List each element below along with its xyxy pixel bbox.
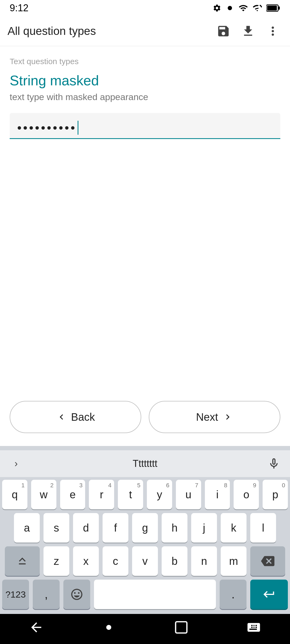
key-p[interactable]: 0p <box>263 480 288 509</box>
suggestions-expand-button[interactable]: › <box>6 454 26 473</box>
key-t-number: 5 <box>137 482 140 489</box>
nav-back-button[interactable] <box>23 617 50 638</box>
text-cursor <box>78 121 78 135</box>
navigation-buttons: Back Next <box>0 388 290 446</box>
key-u[interactable]: 7u <box>176 480 201 509</box>
key-y-number: 6 <box>166 482 169 489</box>
row-asdf: a s d f g h j k l <box>2 513 288 543</box>
question-desc: text type with masked appearance <box>10 92 280 102</box>
notification-icon <box>226 4 234 12</box>
microphone-button[interactable] <box>264 454 284 473</box>
battery-icon <box>266 4 280 12</box>
nav-recents-button[interactable] <box>168 617 195 638</box>
more-options-button[interactable] <box>263 21 282 41</box>
key-q[interactable]: 1q <box>2 480 27 509</box>
app-bar-title: All question types <box>8 25 208 38</box>
svg-point-0 <box>228 6 232 10</box>
key-y[interactable]: 6y <box>147 480 172 509</box>
suggestions-bar: › Tttttttt <box>0 450 290 477</box>
key-o[interactable]: 9o <box>234 480 259 509</box>
masked-input-value[interactable]: •••••••••• <box>17 120 273 135</box>
row-bottom: ?123 , . <box>2 580 288 609</box>
settings-icon <box>213 4 221 12</box>
key-c[interactable]: c <box>103 546 128 576</box>
section-label: Text question types <box>10 57 280 66</box>
key-e-number: 3 <box>79 482 82 489</box>
svg-rect-5 <box>176 622 187 633</box>
row-zxcv: z x c v b n m <box>2 546 288 576</box>
key-m[interactable]: m <box>221 546 247 576</box>
key-b[interactable]: b <box>162 546 187 576</box>
string-masked-input-container[interactable]: •••••••••• <box>10 113 280 139</box>
key-n[interactable]: n <box>191 546 217 576</box>
svg-rect-3 <box>267 6 277 10</box>
status-bar: 9:12 <box>0 0 290 16</box>
next-label: Next <box>196 411 218 423</box>
key-w[interactable]: 2w <box>31 480 56 509</box>
key-e[interactable]: 3e <box>60 480 85 509</box>
number-row: 1q 2w 3e 4r 5t 6y 7u 8i 9o 0p <box>2 480 288 509</box>
key-x[interactable]: x <box>73 546 99 576</box>
key-i[interactable]: 8i <box>205 480 230 509</box>
suggestion-word[interactable]: Tttttttt <box>26 458 264 469</box>
key-z[interactable]: z <box>44 546 69 576</box>
key-a[interactable]: a <box>14 513 40 543</box>
enter-key[interactable] <box>250 580 288 609</box>
key-r-number: 4 <box>108 482 111 489</box>
key-j[interactable]: j <box>191 513 217 543</box>
key-v[interactable]: v <box>132 546 158 576</box>
save-button[interactable] <box>214 21 233 41</box>
back-button[interactable]: Back <box>10 401 141 433</box>
key-t[interactable]: 5t <box>118 480 143 509</box>
key-o-number: 9 <box>253 482 256 489</box>
comma-key[interactable]: , <box>33 580 60 609</box>
question-title: String masked <box>10 72 280 89</box>
key-l[interactable]: l <box>250 513 276 543</box>
shift-key[interactable] <box>5 546 40 576</box>
key-i-number: 8 <box>224 482 227 489</box>
numeric-key[interactable]: ?123 <box>2 580 29 609</box>
key-u-number: 7 <box>195 482 198 489</box>
period-key[interactable]: . <box>220 580 247 609</box>
masked-dots: •••••••••• <box>17 120 77 135</box>
key-w-number: 2 <box>50 482 53 489</box>
wifi-icon <box>238 3 248 13</box>
key-q-number: 1 <box>21 482 25 489</box>
backspace-key[interactable] <box>250 546 285 576</box>
key-h[interactable]: h <box>162 513 187 543</box>
key-f[interactable]: f <box>103 513 128 543</box>
key-k[interactable]: k <box>221 513 247 543</box>
next-button[interactable]: Next <box>149 401 280 433</box>
app-bar-actions <box>214 21 282 41</box>
nav-home-button[interactable] <box>95 617 122 638</box>
nav-keyboard-button[interactable] <box>240 617 267 638</box>
keyboard: 1q 2w 3e 4r 5t 6y 7u 8i 9o 0p a s d f g … <box>0 477 290 614</box>
key-d[interactable]: d <box>73 513 99 543</box>
bottom-navigation-bar <box>0 614 290 644</box>
signal-icon <box>252 3 262 13</box>
space-key[interactable] <box>94 580 216 609</box>
back-label: Back <box>71 411 95 423</box>
emoji-key[interactable] <box>63 580 90 609</box>
key-g[interactable]: g <box>132 513 158 543</box>
export-button[interactable] <box>238 21 258 41</box>
svg-rect-2 <box>278 6 280 10</box>
status-icons <box>213 3 280 13</box>
status-time: 9:12 <box>10 2 28 14</box>
key-p-number: 0 <box>282 482 285 489</box>
app-bar: All question types <box>0 16 290 46</box>
keyboard-area: › Tttttttt 1q 2w 3e 4r 5t 6y 7u 8i 9o 0p… <box>0 446 290 614</box>
svg-point-4 <box>106 625 111 630</box>
key-s[interactable]: s <box>44 513 69 543</box>
key-r[interactable]: 4r <box>89 480 114 509</box>
content-area: Text question types String masked text t… <box>0 46 290 388</box>
